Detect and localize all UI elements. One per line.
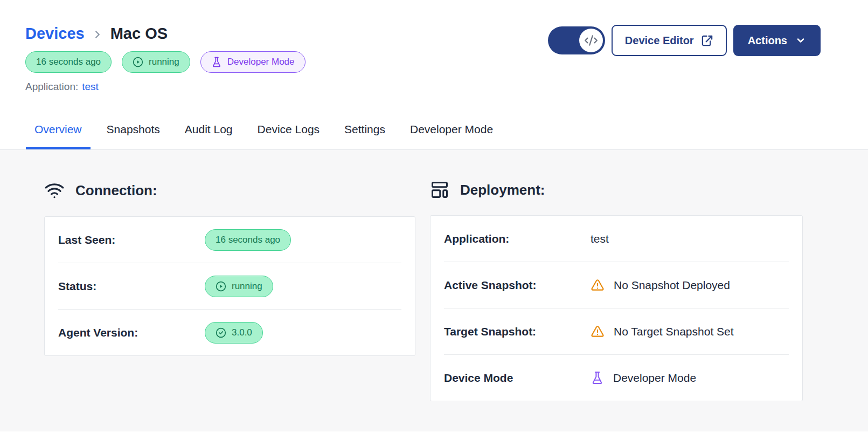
agent-version-value: 3.0.0 <box>232 327 252 338</box>
target-snapshot-label: Target Snapshot: <box>444 325 591 338</box>
breadcrumb: Devices Mac OS <box>25 25 305 43</box>
overview-panel: Connection: Last Seen: 16 seconds ago St… <box>0 149 868 431</box>
chevron-right-icon <box>92 29 103 40</box>
last-seen-value-badge: 16 seconds ago <box>205 229 291 251</box>
play-circle-icon <box>133 57 143 67</box>
running-badge-label: running <box>149 57 179 67</box>
tab-snapshots[interactable]: Snapshots <box>98 123 169 149</box>
connection-card: Last Seen: 16 seconds ago Status: runnin… <box>44 216 415 356</box>
deployment-section: Deployment: Application: test Active Sna… <box>430 150 803 431</box>
breadcrumb-devices-link[interactable]: Devices <box>25 25 85 43</box>
last-seen-value: 16 seconds ago <box>216 235 280 245</box>
agent-version-badge: 3.0.0 <box>205 322 263 344</box>
last-seen-badge-label: 16 seconds ago <box>36 57 101 67</box>
device-mode-label: Device Mode <box>444 372 591 385</box>
status-label: Status: <box>58 280 205 293</box>
agent-version-row: Agent Version: 3.0.0 <box>45 310 415 355</box>
external-link-icon <box>701 35 713 47</box>
tab-bar: Overview Snapshots Audit Log Device Logs… <box>25 123 821 149</box>
application-line: Application: test <box>25 81 305 93</box>
connection-section: Connection: Last Seen: 16 seconds ago St… <box>44 150 415 431</box>
play-circle-icon <box>216 281 226 292</box>
warning-icon <box>591 325 605 339</box>
actions-label: Actions <box>748 35 787 47</box>
active-snapshot-value: No Snapshot Deployed <box>614 279 730 292</box>
wifi-icon <box>44 180 65 201</box>
actions-button[interactable]: Actions <box>733 25 821 56</box>
flask-icon <box>211 57 222 67</box>
code-icon <box>584 33 598 47</box>
blocks-icon <box>430 180 449 200</box>
device-editor-label: Device Editor <box>625 35 694 47</box>
chevron-down-icon <box>795 35 806 46</box>
status-value-badge: running <box>205 276 273 297</box>
device-mode-row: Device Mode Developer Mode <box>430 355 802 401</box>
tab-overview[interactable]: Overview <box>26 123 91 149</box>
last-seen-label: Last Seen: <box>58 234 205 246</box>
header-toolbar: Device Editor Actions <box>548 25 821 56</box>
device-mode-value: Developer Mode <box>613 372 696 385</box>
active-snapshot-row: Active Snapshot: No Snapshot Deployed <box>430 262 802 308</box>
target-snapshot-row: Target Snapshot: No Target Snapshot Set <box>430 308 802 354</box>
active-snapshot-label: Active Snapshot: <box>444 279 591 292</box>
status-badges: 16 seconds ago running Developer Mode <box>25 51 305 73</box>
connection-title: Connection: <box>75 182 157 199</box>
warning-icon <box>591 278 605 292</box>
header-left: Devices Mac OS 16 seconds ago running <box>25 25 305 93</box>
application-row-label: Application: <box>444 232 591 245</box>
application-label: Application: <box>25 81 78 93</box>
last-seen-row: Last Seen: 16 seconds ago <box>45 217 415 263</box>
deployment-card: Application: test Active Snapshot: No Sn… <box>430 215 803 401</box>
status-row: Status: running <box>45 263 415 309</box>
application-row-value: test <box>591 232 609 245</box>
application-link[interactable]: test <box>82 81 99 93</box>
page-header: Devices Mac OS 16 seconds ago running <box>0 0 868 149</box>
toggle-knob <box>579 29 603 52</box>
flask-icon <box>591 371 604 385</box>
tab-settings[interactable]: Settings <box>336 123 394 149</box>
running-status-badge: running <box>122 51 190 73</box>
connection-heading: Connection: <box>44 180 415 201</box>
page-title: Mac OS <box>110 25 168 43</box>
developer-mode-badge: Developer Mode <box>200 51 305 73</box>
developer-mode-badge-label: Developer Mode <box>227 57 295 67</box>
check-circle-icon <box>216 327 226 338</box>
tab-developer-mode[interactable]: Developer Mode <box>401 123 502 149</box>
target-snapshot-value: No Target Snapshot Set <box>614 325 734 338</box>
last-seen-badge: 16 seconds ago <box>25 51 112 73</box>
application-row: Application: test <box>430 216 802 262</box>
status-value: running <box>232 281 262 292</box>
developer-mode-toggle[interactable] <box>548 26 605 54</box>
deployment-title: Deployment: <box>460 182 545 198</box>
tab-device-logs[interactable]: Device Logs <box>249 123 329 149</box>
device-editor-button[interactable]: Device Editor <box>612 25 727 56</box>
agent-version-label: Agent Version: <box>58 326 205 339</box>
deployment-heading: Deployment: <box>430 180 803 200</box>
tab-audit-log[interactable]: Audit Log <box>176 123 241 149</box>
